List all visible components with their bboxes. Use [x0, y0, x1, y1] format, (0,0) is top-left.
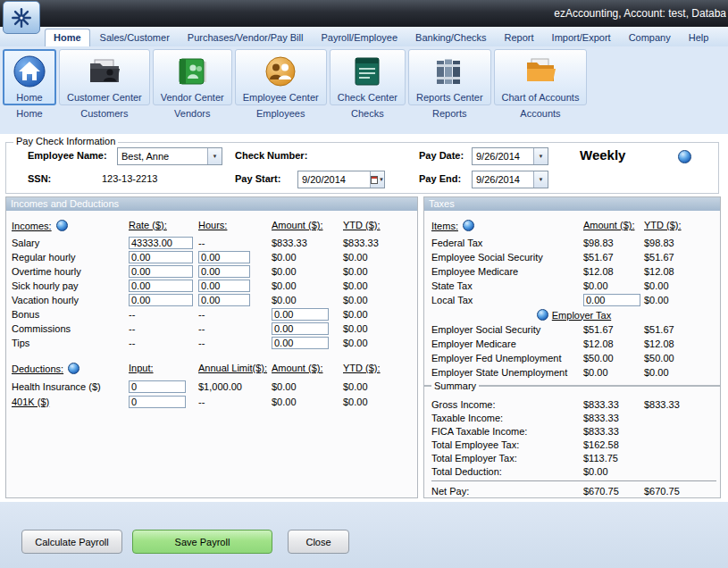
- deduction-401k-input[interactable]: [129, 396, 186, 408]
- employer-tax-help-globe-icon[interactable]: [537, 309, 548, 321]
- hours-input-sick-hourly[interactable]: [198, 280, 250, 292]
- incomes-panel-header: Incomes and Deductions: [6, 197, 417, 211]
- check-center-icon: [348, 53, 386, 90]
- amount-input-bonus[interactable]: [272, 308, 329, 321]
- toolbar-item-check-center: Check Center Checks: [330, 49, 406, 119]
- summary-value: $162.58: [583, 439, 644, 450]
- toolbar-caption-customers: Customers: [80, 108, 128, 119]
- chevron-down-icon[interactable]: [533, 171, 548, 188]
- calculate-payroll-button[interactable]: Calculate Payroll: [21, 530, 122, 554]
- tax-label: Employer Fed Unemployment: [431, 353, 583, 363]
- income-label: Salary: [12, 238, 129, 248]
- save-payroll-button[interactable]: Save Payroll: [132, 530, 272, 554]
- amount-value: $833.33: [272, 238, 343, 248]
- tax-amount: $51.67: [583, 324, 644, 335]
- tab-banking-checks[interactable]: Banking/Checks: [407, 29, 495, 46]
- income-row-regular-hourly: Regular hourly $0.00 $0.00: [12, 250, 414, 264]
- tab-sales-customer[interactable]: Sales/Customer: [92, 29, 178, 46]
- tax-amount: $12.08: [583, 338, 644, 349]
- amount-input-tips[interactable]: [272, 337, 329, 349]
- summary-value: $833.33: [583, 413, 644, 423]
- paycheck-help-globe-icon[interactable]: [678, 150, 691, 163]
- deduction-row-health-insurance: Health Insurance ($) $1,000.00 $0.00 $0.…: [12, 379, 414, 394]
- summary-row-taxable-income: Taxable Income: $833.33: [431, 411, 716, 424]
- pay-date-select[interactable]: 9/26/2014: [472, 147, 548, 165]
- taxes-help-globe-icon[interactable]: [463, 220, 474, 231]
- pay-end-select[interactable]: 9/26/2014: [472, 171, 548, 188]
- pay-start-picker[interactable]: 9/20/2014: [297, 171, 385, 188]
- titlebar: ezAccounting, Account: test, Databa: [0, 0, 728, 27]
- hours-input-regular-hourly[interactable]: [198, 251, 250, 263]
- income-row-overtime-hourly: Overtime hourly $0.00 $0.00: [12, 264, 414, 279]
- tab-purchases-vendor-pay-bill[interactable]: Purchases/Vendor/Pay Bill: [180, 29, 312, 46]
- tax-label: Employer State Unemployment: [431, 367, 583, 378]
- hours-input-overtime-hourly[interactable]: [198, 265, 250, 278]
- rate-input-regular-hourly[interactable]: [129, 251, 193, 263]
- hours-header: Hours:: [198, 220, 272, 230]
- incomes-panel: Incomes and Deductions Incomes: Rate ($)…: [5, 196, 418, 498]
- ytd-value: $0.00: [343, 309, 414, 320]
- annual-limit-value: --: [198, 397, 272, 407]
- tab-payroll-employee[interactable]: Payroll/Employee: [313, 29, 406, 46]
- deductions-header: Deductions:: [12, 363, 63, 374]
- tax-amount: $98.83: [583, 238, 644, 248]
- amount-header: Amount ($):: [583, 220, 644, 230]
- tax-label: State Tax: [431, 280, 583, 291]
- reports-center-button[interactable]: Reports Center: [408, 49, 491, 105]
- rate-input-overtime-hourly[interactable]: [129, 265, 193, 278]
- ytd-value: $0.00: [343, 338, 414, 348]
- amount-input-commissions[interactable]: [272, 322, 329, 335]
- hours-input-vacation-hourly[interactable]: [198, 294, 250, 306]
- vendor-center-button[interactable]: Vendor Center: [153, 49, 232, 105]
- ssn-value: 123-13-2213: [102, 173, 157, 184]
- hours-value: --: [198, 238, 272, 248]
- check-number-input[interactable]: [321, 148, 410, 164]
- tax-amount: $12.08: [583, 266, 644, 277]
- close-button[interactable]: Close: [288, 530, 349, 554]
- local-tax-input[interactable]: [583, 294, 640, 306]
- incomes-help-globe-icon[interactable]: [56, 220, 68, 231]
- calendar-dropdown-icon[interactable]: [370, 171, 384, 188]
- chevron-down-icon[interactable]: [533, 148, 548, 164]
- tab-company[interactable]: Company: [621, 29, 679, 46]
- home-button[interactable]: Home: [3, 49, 56, 105]
- rate-value: --: [129, 323, 198, 334]
- summary-label: FICA Taxable Income:: [431, 426, 583, 437]
- tab-help[interactable]: Help: [681, 29, 717, 46]
- summary-ytd: $833.33: [644, 399, 716, 410]
- tab-report[interactable]: Report: [497, 29, 542, 46]
- chevron-down-icon[interactable]: [207, 148, 222, 164]
- chart-of-accounts-button[interactable]: Chart of Accounts: [494, 49, 588, 105]
- amount-value: $0.00: [272, 295, 343, 305]
- employer-tax-header: Employer Tax: [552, 310, 611, 321]
- toolbar-item-chart-of-accounts: Chart of Accounts Accounts: [494, 49, 588, 119]
- tax-ytd: $12.08: [644, 266, 716, 277]
- tab-import-export[interactable]: Import/Export: [544, 29, 619, 46]
- tax-label: Employee Medicare: [431, 266, 583, 277]
- employee-center-button[interactable]: Employee Center: [235, 49, 327, 105]
- tab-home[interactable]: Home: [45, 29, 90, 46]
- customer-center-button[interactable]: Customer Center: [59, 49, 150, 105]
- health-insurance-input[interactable]: [129, 380, 186, 393]
- check-center-button[interactable]: Check Center: [330, 49, 406, 105]
- rate-input-salary[interactable]: [129, 237, 193, 249]
- rate-input-sick-hourly[interactable]: [129, 280, 193, 292]
- rate-input-vacation-hourly[interactable]: [129, 294, 193, 306]
- ytd-value: $0.00: [343, 381, 414, 392]
- deductions-help-globe-icon[interactable]: [68, 363, 79, 374]
- calendar-icon: [371, 176, 378, 184]
- toolbar-button-label: Employee Center: [243, 92, 319, 103]
- toolbar-item-home: Home Home: [3, 49, 56, 119]
- input-header: Input:: [129, 363, 198, 373]
- employee-name-select[interactable]: Best, Anne: [117, 147, 222, 165]
- toolbar-caption-checks: Checks: [351, 108, 384, 119]
- summary-value: $833.33: [583, 399, 644, 410]
- tax-row-employer-social-security: Employer Social Security $51.67 $51.67: [431, 322, 716, 337]
- deduction-label: 401K ($): [12, 397, 129, 407]
- ssn-label: SSN:: [28, 173, 51, 184]
- summary-group: Summary Gross Income: $833.33 $833.33 Ta…: [423, 386, 721, 498]
- reports-center-icon: [431, 53, 468, 90]
- tax-ytd: $0.00: [644, 295, 716, 305]
- tax-row-federal: Federal Tax $98.83 $98.83: [431, 236, 716, 250]
- rate-header: Rate ($):: [129, 220, 198, 230]
